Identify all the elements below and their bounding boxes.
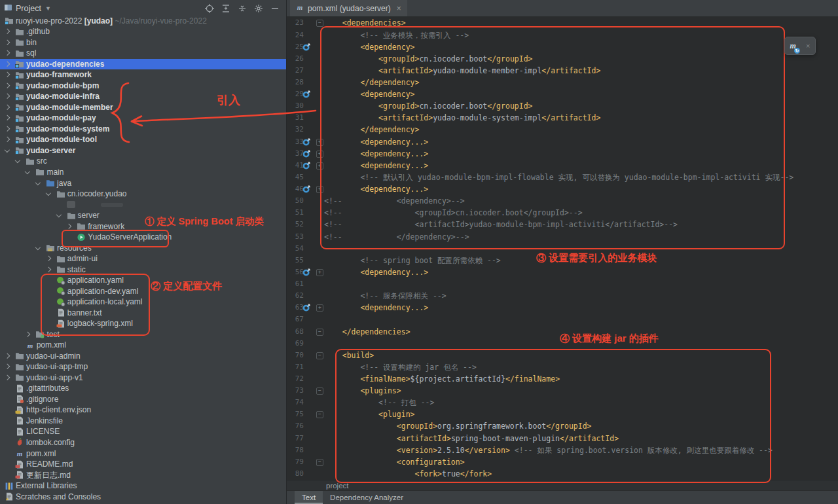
code-line-62[interactable]: 62 <!-- 服务保障相关 --> [287,290,838,302]
code-line-50[interactable]: 50<!-- <dependency>--> [287,195,838,207]
tree-item-yudao-module-bpm[interactable]: yudao-module-bpm [0,81,286,92]
code-line-32[interactable]: 32 </dependency> [287,124,838,135]
dependency-gutter-icon[interactable] [302,185,312,194]
chevron-expanded-icon[interactable] [25,169,30,174]
fold-minus-icon[interactable]: − [316,387,323,395]
chevron-collapsed-icon[interactable] [5,105,10,110]
code-line-78[interactable]: 78 <version>2.5.10</version> <!-- 如果 spr… [287,444,838,456]
chevron-collapsed-icon[interactable] [5,115,10,120]
code-line-74[interactable]: 74 <!-- 打包 --> [287,397,838,408]
tree-item--.md[interactable]: 更新日志.md [0,470,286,481]
fold-plus-icon[interactable]: + [316,186,323,193]
tree-item-yudao-module-infra[interactable]: yudao-module-infra [0,91,286,102]
fold-plus-icon[interactable]: + [316,304,323,312]
code-line-67[interactable]: 67 [287,314,838,325]
tree-item-http-client.env.json[interactable]: http-client.env.json [0,405,286,416]
fold-plus-icon[interactable]: + [316,139,323,146]
code-line-31[interactable]: 31 <artifactId>yudao-module-system-impl<… [287,112,838,124]
maven-reload-icon[interactable]: m↻ [790,41,796,51]
chevron-collapsed-icon[interactable] [5,61,10,66]
tree-item-bin[interactable]: bin [0,37,286,48]
dependency-gutter-icon[interactable] [302,90,312,99]
settings-gear-icon[interactable] [254,4,263,13]
chevron-collapsed-icon[interactable] [66,223,71,228]
code-line-25[interactable]: 25 <dependency> [287,41,838,53]
scroll-from-source-icon[interactable] [221,4,230,13]
chevron-collapsed-icon[interactable] [5,364,10,369]
dependency-gutter-icon[interactable] [302,161,312,170]
tab-pom-xml[interactable]: m pom.xml (yudao-server) × [290,0,407,16]
tree-item-sql[interactable]: sql [0,48,286,59]
tree-item-java[interactable]: java [0,178,286,189]
tree-item-server[interactable]: server [0,210,286,221]
dependency-gutter-icon[interactable] [302,137,312,147]
tree-item-yudao-dependencies[interactable]: yudao-dependencies [0,59,286,70]
fold-plus-icon[interactable]: + [316,162,323,170]
fold-minus-icon[interactable]: − [316,411,323,418]
tree-item-yudao-server[interactable]: yudao-server [0,145,286,156]
chevron-expanded-icon[interactable] [46,190,51,196]
chevron-collapsed-icon[interactable] [5,29,10,34]
chevron-collapsed-icon[interactable] [5,137,10,142]
code-line-72[interactable]: 72 <finalName>${project.artifactId}</fin… [287,373,838,385]
code-line-56[interactable]: 56+ <dependency...> [287,266,838,278]
tree-item-yudao-module-pay[interactable]: yudao-module-pay [0,113,286,124]
tree-item-README.md[interactable]: README.md [0,459,286,470]
tree-item-yudao-framework[interactable]: yudao-framework [0,69,286,81]
fold-minus-icon[interactable]: − [316,329,323,336]
panel-title[interactable]: Project [16,4,41,13]
tree-item-.github[interactable]: .github [0,26,286,37]
chevron-expanded-icon[interactable] [35,179,41,185]
code-line-70[interactable]: 70− <build> [287,350,838,361]
chevron-expanded-icon[interactable] [56,212,61,217]
code-line-29[interactable]: 29 <dependency> [287,88,838,100]
dependency-gutter-icon[interactable] [302,268,312,277]
chevron-collapsed-icon[interactable] [5,375,10,380]
tree-item-pom.xml[interactable]: mpom.xml [0,340,286,351]
tree-item-src[interactable]: src [0,156,286,167]
tree-item-YudaoServerApplication[interactable]: YudaoServerApplication [0,232,286,243]
fold-plus-icon[interactable]: + [316,269,323,276]
code-line-41[interactable]: 41+ <dependency...> [287,160,838,171]
code-line-80[interactable]: 80 <fork>true</fork> [287,468,838,480]
fold-plus-icon[interactable]: + [316,151,323,158]
tree-item-.gitattributes[interactable]: .gitattributes [0,383,286,394]
bottom-tab-dependency-analyzer[interactable]: Dependency Analyzer [323,491,410,504]
code-line-26[interactable]: 26 <groupId>cn.iocoder.boot</groupId> [287,53,838,65]
chevron-collapsed-icon[interactable] [5,72,10,77]
chevron-collapsed-icon[interactable] [25,332,30,337]
tree-item-Scratches-and-Consoles[interactable]: Scratches and Consoles [0,492,286,503]
chevron-collapsed-icon[interactable] [46,266,51,272]
breadcrumb[interactable]: project [287,480,838,491]
chevron-collapsed-icon[interactable] [5,126,10,132]
code-line-68[interactable]: 68− </dependencies> [287,326,838,338]
chevron-collapsed-icon[interactable] [5,94,10,99]
chevron-collapsed-icon[interactable] [46,256,51,261]
close-icon[interactable]: × [806,42,810,50]
tree-item-yudao-ui-admin[interactable]: yudao-ui-admin [0,351,286,362]
code-line-61[interactable]: 61 [287,278,838,290]
tree-item-yudao-module-system[interactable]: yudao-module-system [0,124,286,135]
chevron-collapsed-icon[interactable] [5,40,10,45]
code-line-24[interactable]: 24 <!-- 业务模块，按需引入 --> [287,29,838,41]
code-line-71[interactable]: 71 <!-- 设置构建的 jar 包名 --> [287,361,838,373]
code-line-55[interactable]: 55 <!-- spring boot 配置所需依赖 --> [287,255,838,266]
tree-item-.gitignore[interactable]: .gitignore [0,394,286,405]
chevron-collapsed-icon[interactable] [5,83,10,88]
code-line-46[interactable]: 46+ <dependency...> [287,183,838,195]
locate-icon[interactable] [205,4,214,13]
tree-item-redacted[interactable] [0,200,286,211]
code-line-28[interactable]: 28 </dependency> [287,77,838,88]
tree-item-External-Libraries[interactable]: External Libraries [0,480,286,492]
code-line-30[interactable]: 30 <groupId>cn.iocoder.boot</groupId> [287,100,838,112]
code-line-76[interactable]: 76 <groupId>org.springframework.boot</gr… [287,420,838,432]
bottom-tab-text[interactable]: Text [295,491,323,504]
code-line-79[interactable]: 79− <configuration> [287,456,838,468]
code-line-52[interactable]: 52<!-- <artifactId>yudao-module-bpm-impl… [287,219,838,230]
chevron-down-icon[interactable]: ▼ [45,5,51,12]
collapse-all-icon[interactable] [238,4,247,13]
chevron-expanded-icon[interactable] [15,158,20,163]
tree-item-test[interactable]: test [0,329,286,340]
code-line-69[interactable]: 69 [287,338,838,350]
code-line-45[interactable]: 45 <!-- 默认引入 yudao-module-bpm-impl-flowa… [287,171,838,183]
